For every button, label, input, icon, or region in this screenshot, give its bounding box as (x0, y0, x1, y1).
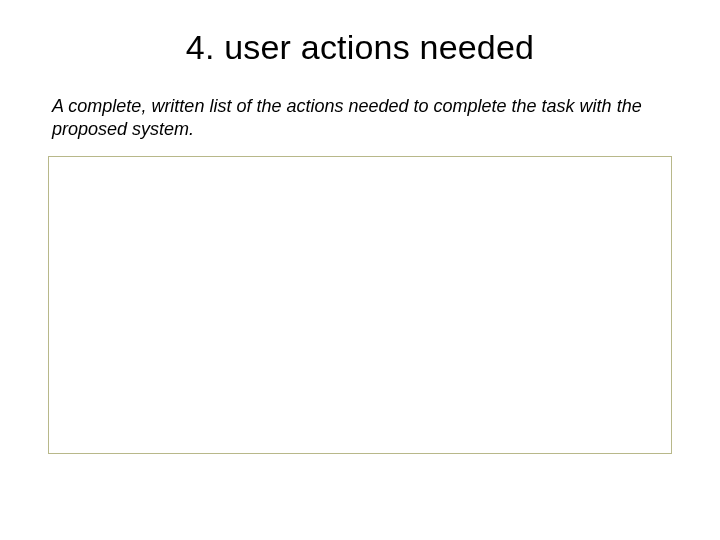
slide-container: 4. user actions needed A complete, writt… (0, 0, 720, 540)
slide-title: 4. user actions needed (48, 28, 672, 67)
content-box (48, 156, 672, 454)
slide-description: A complete, written list of the actions … (48, 95, 672, 142)
